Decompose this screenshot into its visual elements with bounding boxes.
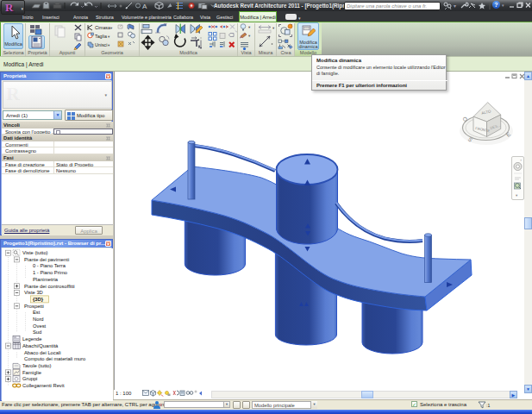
svg-text:▾: ▾: [516, 193, 518, 198]
svg-text:Planimetria: Planimetria: [33, 277, 59, 282]
svg-text:▾: ▾: [272, 26, 275, 30]
svg-text:▾: ▾: [248, 25, 251, 29]
svg-text:Abachi/Quantità: Abachi/Quantità: [22, 343, 59, 348]
svg-text:Collegamenti Revit: Collegamenti Revit: [22, 383, 65, 388]
svg-text:0 - Piano Terra: 0 - Piano Terra: [33, 263, 66, 268]
svg-text:▾: ▾: [454, 3, 456, 9]
svg-text:Viste 3D: Viste 3D: [24, 290, 43, 295]
svg-text:{3D}: {3D}: [33, 297, 44, 302]
svg-text:Nord: Nord: [33, 317, 44, 322]
svg-text:1 - Piano Primo: 1 - Piano Primo: [33, 270, 67, 275]
svg-text:Abaco dei Locali: Abaco dei Locali: [24, 350, 61, 355]
svg-text:Piante dei pavimenti: Piante dei pavimenti: [24, 257, 69, 262]
svg-text:▾: ▾: [108, 43, 110, 47]
svg-text:Tavole (tutto): Tavole (tutto): [22, 363, 52, 368]
svg-text:Prospetti: Prospetti: [24, 304, 44, 309]
svg-text:Est: Est: [33, 310, 41, 315]
svg-text:▾: ▾: [108, 34, 110, 39]
svg-text:Cimasa: Cimasa: [95, 25, 110, 30]
svg-text:▾: ▾: [110, 26, 113, 30]
svg-text:Unisci: Unisci: [95, 42, 107, 47]
svg-text:Sud: Sud: [33, 329, 41, 335]
svg-text:Legende: Legende: [22, 336, 42, 342]
svg-text:Gruppi: Gruppi: [22, 376, 37, 381]
svg-text:Piante dei controsoffitti: Piante dei controsoffitti: [24, 284, 75, 289]
svg-text:Ovest: Ovest: [33, 323, 47, 329]
svg-text:Taglia: Taglia: [95, 34, 107, 39]
svg-text:×: ×: [520, 158, 523, 162]
svg-text:Famiglie: Famiglie: [22, 370, 41, 375]
svg-text:A: A: [142, 3, 147, 10]
svg-text:Computo dei materiali muro: Computo dei materiali muro: [24, 356, 85, 361]
svg-text:Viste (tutto): Viste (tutto): [22, 250, 48, 255]
svg-text:▾: ▾: [248, 34, 251, 38]
